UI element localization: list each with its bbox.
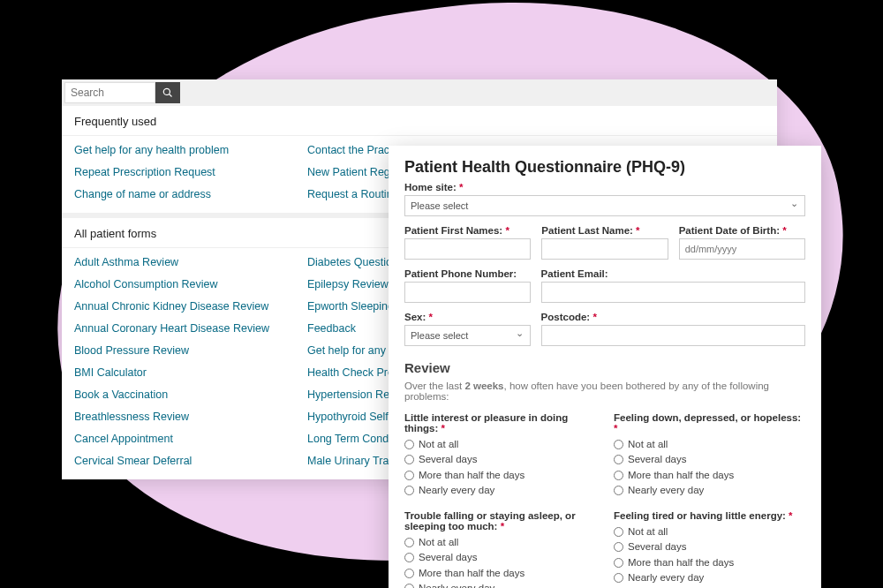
phone-input[interactable] [404,282,531,303]
radio-label: Several days [628,452,686,467]
radio-input[interactable] [614,527,623,537]
form-title: Patient Health Questionnaire (PHQ-9) [404,158,805,177]
form-link[interactable]: Cancel Appointment [74,433,173,445]
radio-label: Several days [419,550,477,565]
form-link[interactable]: Annual Coronary Heart Disease Review [74,322,269,335]
first-name-label: Patient First Names: * [404,225,531,236]
radio-option[interactable]: Not at all [404,535,596,550]
radio-label: Not at all [419,535,458,550]
link-repeat-prescription[interactable]: Repeat Prescription Request [74,166,215,178]
form-link[interactable]: Feedback [307,322,356,335]
radio-option[interactable]: Nearly every day [404,483,596,498]
radio-option[interactable]: Not at all [614,437,805,452]
radio-input[interactable] [614,471,623,480]
radio-label: More than half the days [419,566,525,581]
radio-input[interactable] [614,455,623,464]
form-link[interactable]: Blood Pressure Review [74,344,189,357]
radio-label: Several days [419,452,477,467]
link-change-name-address[interactable]: Change of name or address [74,188,211,200]
question-3: Trouble falling or staying asleep, or sl… [404,510,596,588]
radio-input[interactable] [404,569,414,578]
radio-option[interactable]: More than half the days [614,555,805,570]
radio-option[interactable]: Several days [404,550,596,565]
radio-option[interactable]: Several days [614,452,805,467]
radio-input[interactable] [404,553,414,562]
radio-option[interactable]: Not at all [614,524,805,539]
search-input[interactable] [64,82,155,103]
sex-label: Sex: * [404,312,531,322]
radio-label: More than half the days [628,555,734,570]
radio-option[interactable]: Several days [404,452,596,467]
search-icon [162,87,173,98]
phone-label: Patient Phone Number: [404,268,531,279]
radio-input[interactable] [404,486,414,495]
radio-option[interactable]: More than half the days [404,566,596,581]
question-2: Feeling down, depressed, or hopeless: * … [614,412,805,498]
phq9-form-panel: Patient Health Questionnaire (PHQ-9) Hom… [389,146,821,588]
radio-input[interactable] [614,440,623,449]
radio-option[interactable]: More than half the days [404,468,596,483]
link-health-problem[interactable]: Get help for any health problem [74,144,229,156]
radio-input[interactable] [404,455,414,464]
email-input[interactable] [541,282,805,303]
form-link[interactable]: Epilepsy Review [307,278,389,290]
home-site-label: Home site: * [404,182,805,192]
radio-label: Not at all [628,524,668,539]
radio-option[interactable]: Nearly every day [614,570,805,585]
sex-select[interactable]: Please select [404,325,531,346]
radio-input[interactable] [614,542,623,552]
form-link[interactable]: BMI Calculator [74,366,147,379]
question-1: Little interest or pleasure in doing thi… [404,412,596,498]
radio-input[interactable] [614,558,623,568]
radio-option[interactable]: Several days [614,539,805,554]
last-name-input[interactable] [541,238,668,260]
radio-option[interactable]: Not at all [404,437,596,452]
radio-label: Nearly every day [628,570,704,585]
form-link[interactable]: Annual Chronic Kidney Disease Review [74,300,268,313]
radio-input[interactable] [614,573,623,583]
home-site-select[interactable]: Please select [404,195,805,216]
radio-label: Nearly every day [419,581,494,588]
search-button[interactable] [155,82,180,103]
form-link[interactable]: Breathlessness Review [74,411,189,423]
radio-label: Nearly every day [628,483,704,498]
last-name-label: Patient Last Name: * [541,225,668,236]
postcode-label: Postcode: * [541,312,805,322]
radio-label: Nearly every day [419,483,494,498]
review-intro: Over the last 2 weeks, how often have yo… [404,381,805,402]
radio-input[interactable] [404,440,414,449]
form-link[interactable]: Book a Vaccination [74,388,168,401]
radio-option[interactable]: Nearly every day [614,483,805,498]
radio-label: Not at all [628,437,668,452]
radio-option[interactable]: More than half the days [614,468,805,483]
radio-label: More than half the days [419,468,525,483]
review-section-title: Review [404,360,805,375]
form-link[interactable]: Adult Asthma Review [74,256,178,268]
radio-input[interactable] [404,584,414,588]
dob-input[interactable] [679,238,805,260]
dob-label: Patient Date of Birth: * [679,225,805,236]
radio-input[interactable] [614,486,623,495]
radio-label: More than half the days [628,468,734,483]
radio-label: Several days [628,539,686,554]
postcode-input[interactable] [541,325,805,346]
first-name-input[interactable] [404,238,531,260]
frequently-used-header: Frequently used [62,106,777,136]
radio-input[interactable] [404,471,414,480]
question-grid: Little interest or pleasure in doing thi… [404,412,805,588]
form-link[interactable]: Cervical Smear Deferral [74,455,192,467]
radio-option[interactable]: Nearly every day [404,581,596,588]
email-label: Patient Email: [541,268,805,279]
question-4: Feeling tired or having little energy: *… [614,510,805,588]
radio-label: Not at all [419,437,458,452]
form-link[interactable]: Alcohol Consumption Review [74,278,218,290]
search-bar [62,79,777,106]
radio-input[interactable] [404,538,414,547]
